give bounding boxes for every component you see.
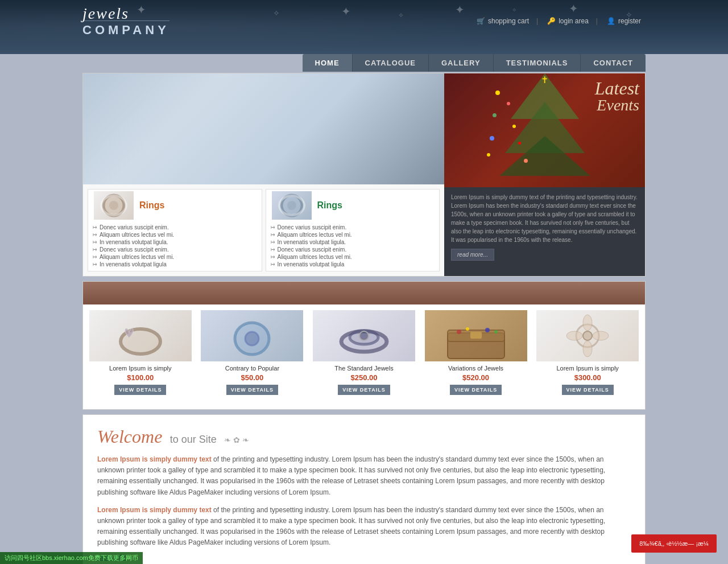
fp-name-5: Lorem Ipsum is simply (536, 365, 639, 372)
welcome-paragraph-2: Lorem Ipsum is simply dummy text of the … (97, 505, 631, 549)
logo[interactable]: jewels COMPANY (82, 6, 169, 38)
featured-product-5: Lorem Ipsum is simply $300.00 View Detai… (536, 310, 639, 395)
logo-jewels-text: jewels (82, 6, 169, 22)
lock-icon: 🔑 (547, 17, 556, 25)
welcome-subtitle: to our Site (170, 434, 217, 445)
event-image: ✝ Latest Events (444, 73, 645, 187)
svg-point-23 (466, 327, 469, 331)
product-list-right: Donec varius suscipit enim. Aliquam ultr… (266, 221, 440, 271)
svg-point-10 (109, 201, 118, 210)
product-list-left: Donec varius suscipit enim. Aliquam ultr… (88, 221, 262, 271)
svg-point-30 (566, 331, 582, 340)
main-navigation: HOME CATALOGUE GALLERY TESTIMONIALS CONT… (0, 54, 728, 72)
featured-image-4 (425, 310, 527, 361)
featured-product-4: Variations of Jewels $520.00 View Detail… (425, 310, 527, 395)
top-section: Rings Donec varius suscipit enim. Aliqua… (82, 73, 646, 277)
tab-home[interactable]: HOME (303, 54, 353, 72)
svg-point-29 (583, 341, 592, 357)
product-title-right: Rings (317, 200, 342, 211)
fp-name-2: Contrary to Popular (201, 365, 303, 372)
list-item: In venenatis volutpat ligula (93, 261, 257, 268)
list-item: Donec varius suscipit enim. (271, 224, 435, 231)
hero-area: Rings Donec varius suscipit enim. Aliqua… (83, 73, 444, 276)
featured-section: Lorem Ipsum is simply $100.00 View Detai… (82, 281, 646, 410)
featured-product-3: The Standard Jewels $250.00 View Details (313, 310, 415, 395)
tab-testimonials[interactable]: TESTIMONIALS (494, 54, 581, 72)
tab-gallery[interactable]: GALLERY (429, 54, 494, 72)
welcome-section: Welcome to our Site ❧ ✿ ❧ Lorem Ipsum is… (82, 414, 646, 564)
featured-image-1 (89, 310, 192, 361)
fp-btn-4[interactable]: View Details (450, 385, 502, 395)
event-content: Lorem Ipsum is simply dummy text of the … (444, 187, 645, 276)
more-info-link[interactable]: more info (97, 553, 631, 561)
product-cards: Rings Donec varius suscipit enim. Aliqua… (83, 184, 444, 276)
list-item: Aliquam ultrices lectus vel mi. (93, 253, 257, 261)
logo-company-text: COMPANY (82, 20, 169, 38)
fp-btn-3[interactable]: View Details (338, 385, 390, 395)
svg-point-27 (583, 331, 592, 340)
featured-image-5 (536, 310, 639, 361)
read-more-button[interactable]: read more... (451, 249, 494, 261)
fp-price-3: $250.00 (313, 373, 415, 382)
featured-products-row: Lorem Ipsum is simply $100.00 View Detai… (83, 304, 645, 401)
product-title-left: Rings (139, 200, 164, 211)
featured-product-1: Lorem Ipsum is simply $100.00 View Detai… (89, 310, 192, 395)
login-area-link[interactable]: 🔑 login area (543, 17, 602, 25)
list-item: In venenatis volutpat ligula. (93, 238, 257, 246)
svg-point-15 (245, 332, 259, 345)
svg-point-11 (282, 195, 302, 216)
product-thumb-left (94, 191, 134, 220)
hero-banner (83, 73, 444, 184)
watermark-text: 访问四号社区bbs.xierhao.com免费下载更多网币 (0, 552, 143, 564)
list-item: In venenatis volutpat ligula (271, 261, 435, 268)
featured-product-2: Contrary to Popular $50.00 View Details (201, 310, 303, 395)
welcome-bold-2: Lorem Ipsum is simply dummy text (97, 506, 212, 514)
main-content: Rings Donec varius suscipit enim. Aliqua… (82, 73, 646, 564)
svg-point-24 (485, 328, 490, 332)
event-title-area: Latest Events (595, 79, 639, 113)
fp-price-5: $300.00 (536, 373, 639, 382)
svg-rect-21 (470, 332, 482, 339)
fp-name-4: Variations of Jewels (425, 365, 527, 372)
svg-point-9 (104, 195, 124, 216)
event-title-events: Events (595, 97, 639, 113)
product-thumb-right (272, 191, 312, 220)
featured-image-3 (313, 310, 415, 361)
fp-price-1: $100.00 (89, 373, 192, 382)
fp-price-4: $520.00 (425, 373, 527, 382)
welcome-paragraph-1: Lorem Ipsum is simply dummy text of the … (97, 454, 631, 498)
fp-price-2: $50.00 (201, 373, 303, 382)
svg-point-28 (583, 315, 592, 331)
register-link[interactable]: 👤 register (602, 17, 646, 25)
list-item: Donec varius suscipit enim. (93, 224, 257, 231)
list-item: Aliquam ultrices lectus vel mi. (271, 231, 435, 238)
fp-btn-2[interactable]: View Details (226, 385, 278, 395)
featured-header (83, 282, 645, 304)
welcome-decoration: ❧ ✿ ❧ (224, 435, 249, 444)
overlay-button[interactable]: 8‰¾€ã‚, ‹è½½æ— ¡æ¼ (631, 534, 717, 553)
cart-icon: 🛒 (477, 17, 485, 25)
fp-name-1: Lorem Ipsum is simply (89, 365, 192, 372)
list-item: In venenatis volutpat ligula. (271, 238, 435, 246)
product-card-left: Rings Donec varius suscipit enim. Aliqua… (88, 189, 262, 271)
list-item: Donec varius suscipit enim. (93, 246, 257, 253)
fp-btn-1[interactable]: View Details (114, 385, 166, 395)
product-card-right-header: Rings (266, 190, 440, 221)
svg-point-12 (287, 201, 296, 210)
list-item: Donec varius suscipit enim. (271, 246, 435, 253)
tab-contact[interactable]: CONTACT (581, 54, 646, 72)
fp-name-3: The Standard Jewels (313, 365, 415, 372)
site-header: ✦ ✧ ✦ ✧ ✦ ✧ ✦ ✧ jewels COMPANY 🛒 shoppin… (0, 0, 728, 54)
fp-btn-5[interactable]: View Details (562, 385, 614, 395)
svg-point-22 (457, 330, 461, 334)
user-icon: 👤 (607, 17, 615, 25)
event-description: Lorem Ipsum is simply dummy text of the … (451, 193, 638, 244)
product-card-right: Rings Donec varius suscipit enim. Aliqua… (266, 189, 440, 271)
svg-point-18 (359, 331, 369, 340)
welcome-title: Welcome (97, 426, 162, 447)
shopping-cart-link[interactable]: 🛒 shopping cart (472, 17, 543, 25)
svg-point-31 (593, 331, 609, 340)
featured-image-2 (201, 310, 303, 361)
svg-point-25 (494, 330, 498, 334)
tab-catalogue[interactable]: CATALOGUE (353, 54, 429, 72)
